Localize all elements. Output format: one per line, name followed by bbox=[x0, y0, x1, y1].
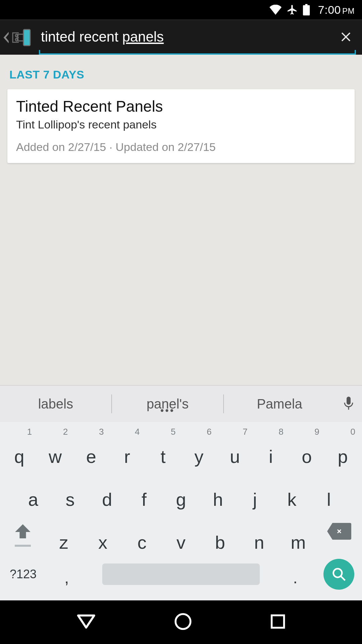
status-bar: 7:00PM bbox=[0, 0, 362, 19]
app-logo-icon bbox=[9, 28, 32, 47]
search-fab-icon bbox=[323, 559, 354, 590]
suggestion-2[interactable]: panel's ••• bbox=[112, 396, 223, 412]
key-m[interactable]: m bbox=[279, 510, 318, 553]
key-n[interactable]: n bbox=[240, 510, 279, 553]
svg-point-4 bbox=[334, 569, 342, 578]
home-nav-button[interactable] bbox=[174, 613, 192, 632]
key-a[interactable]: a bbox=[15, 467, 52, 510]
key-t[interactable]: 5t bbox=[145, 424, 181, 467]
svg-rect-0 bbox=[23, 30, 30, 46]
status-time: 7:00PM bbox=[318, 3, 355, 16]
search-key[interactable] bbox=[317, 553, 361, 596]
soft-keyboard: 1q 2w 3e 4r 5t 6y 7u 8i 9o 0p a s d f g … bbox=[0, 422, 362, 600]
key-o[interactable]: 9o bbox=[289, 424, 325, 467]
backspace-icon bbox=[327, 523, 351, 540]
more-suggestions-icon: ••• bbox=[160, 409, 175, 412]
clear-search-button[interactable] bbox=[336, 31, 356, 43]
symbols-key[interactable]: ?123 bbox=[1, 553, 45, 596]
key-l[interactable]: l bbox=[310, 467, 347, 510]
key-k[interactable]: k bbox=[274, 467, 310, 510]
key-b[interactable]: b bbox=[200, 510, 240, 553]
period-key[interactable]: . bbox=[274, 553, 317, 596]
svg-line-5 bbox=[341, 576, 345, 581]
key-c[interactable]: c bbox=[122, 510, 162, 553]
key-y[interactable]: 6y bbox=[181, 424, 217, 467]
key-w[interactable]: 2w bbox=[37, 424, 73, 467]
search-input[interactable]: tinted recent panels bbox=[39, 29, 336, 45]
result-card[interactable]: Tinted Recent Panels Tint Lollipop's rec… bbox=[7, 89, 355, 163]
suggestion-1[interactable]: labels bbox=[0, 396, 111, 412]
shift-underline-icon bbox=[15, 545, 31, 547]
wifi-icon bbox=[269, 5, 282, 15]
result-subtitle: Tint Lollipop's recent panels bbox=[16, 118, 346, 131]
key-e[interactable]: 3e bbox=[73, 424, 109, 467]
key-f[interactable]: f bbox=[126, 467, 163, 510]
battery-icon bbox=[303, 4, 310, 15]
search-field-wrap: tinted recent panels bbox=[39, 20, 356, 55]
key-p[interactable]: 0p bbox=[325, 424, 361, 467]
key-d[interactable]: d bbox=[88, 467, 125, 510]
svg-rect-7 bbox=[272, 615, 284, 628]
back-button[interactable] bbox=[3, 20, 35, 55]
suggestion-bar: labels panel's ••• Pamela bbox=[0, 385, 362, 422]
result-meta: Added on 2/27/15 · Updated on 2/27/15 bbox=[16, 141, 346, 154]
back-nav-button[interactable] bbox=[76, 613, 96, 631]
key-h[interactable]: h bbox=[199, 467, 236, 510]
key-q[interactable]: 1q bbox=[1, 424, 37, 467]
svg-point-6 bbox=[176, 614, 191, 629]
recents-nav-button[interactable] bbox=[270, 613, 286, 631]
key-j[interactable]: j bbox=[236, 467, 273, 510]
action-bar: tinted recent panels bbox=[0, 19, 362, 55]
voice-input-button[interactable] bbox=[335, 395, 362, 412]
airplane-icon bbox=[287, 4, 298, 15]
section-header: LAST 7 DAYS bbox=[9, 68, 355, 81]
suggestion-3[interactable]: Pamela bbox=[224, 396, 335, 412]
content-area: LAST 7 DAYS Tinted Recent Panels Tint Lo… bbox=[0, 55, 362, 385]
key-x[interactable]: x bbox=[83, 510, 123, 553]
navigation-bar bbox=[0, 600, 362, 644]
key-z[interactable]: z bbox=[44, 510, 83, 553]
key-u[interactable]: 7u bbox=[217, 424, 253, 467]
key-r[interactable]: 4r bbox=[109, 424, 145, 467]
spacebar-icon bbox=[102, 564, 260, 585]
key-g[interactable]: g bbox=[163, 467, 199, 510]
key-i[interactable]: 8i bbox=[253, 424, 289, 467]
key-v[interactable]: v bbox=[162, 510, 201, 553]
backspace-key[interactable] bbox=[318, 510, 361, 553]
shift-key[interactable] bbox=[1, 510, 44, 553]
result-title: Tinted Recent Panels bbox=[16, 97, 346, 115]
space-key[interactable] bbox=[88, 553, 274, 596]
key-s[interactable]: s bbox=[52, 467, 88, 510]
comma-key[interactable]: , bbox=[45, 553, 88, 596]
